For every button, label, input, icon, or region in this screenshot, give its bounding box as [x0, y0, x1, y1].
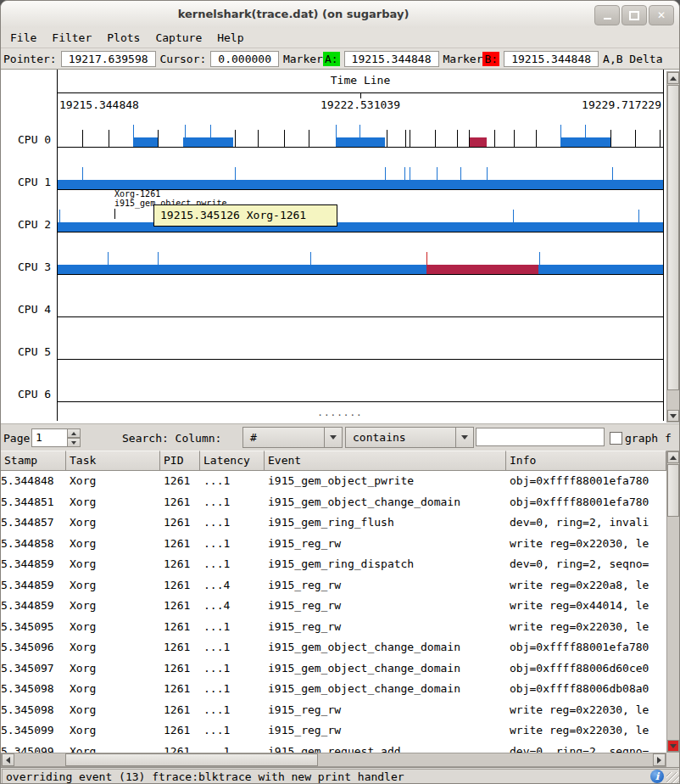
table-cell: Xorg: [66, 512, 160, 534]
info-icon[interactable]: i: [650, 770, 664, 783]
menu-item-file[interactable]: File: [3, 30, 44, 46]
graph-scroll-up-button[interactable]: [667, 72, 679, 84]
task-bar: [58, 265, 663, 274]
cpu-plot-row[interactable]: [58, 209, 663, 232]
pane-splitter-handle[interactable]: ·······: [1, 412, 679, 420]
page-spin-up-button[interactable]: [67, 428, 81, 438]
table-row[interactable]: 5.344859Xorg1261...1i915_gem_ring_dispat…: [1, 554, 666, 575]
chevron-down-icon: [330, 435, 337, 440]
arrow-down-icon: [670, 414, 677, 418]
table-cell: write reg=0x22030, le: [506, 700, 666, 721]
table-cell: dev=0, ring=2, seqno=: [506, 742, 666, 753]
table-cell: 5.345099: [1, 720, 66, 742]
resize-grip-icon[interactable]: [666, 772, 679, 784]
table-cell: Xorg: [66, 554, 160, 575]
match-type-value: contains: [353, 431, 406, 444]
table-cell: 5.344859: [1, 596, 66, 617]
cpu-plot-row[interactable]: [58, 294, 663, 317]
column-header-info[interactable]: Info: [506, 451, 666, 471]
table-cell: ...1: [200, 512, 265, 534]
table-cell: write reg=0x22030, le: [506, 534, 666, 555]
table-row[interactable]: 5.345098Xorg1261...1i915_reg_rwwrite reg…: [1, 700, 666, 721]
close-button[interactable]: ✕: [649, 5, 674, 25]
table-vertical-scrollbar[interactable]: [666, 451, 680, 753]
table-row[interactable]: 5.345097Xorg1261...1i915_gem_object_chan…: [1, 658, 666, 680]
column-header-task[interactable]: Task: [66, 451, 160, 471]
graph-vertical-scrollbar[interactable]: [666, 71, 680, 423]
column-select[interactable]: #: [242, 427, 343, 448]
plot-area[interactable]: Time Line 19215.344848 19222.531039 1922…: [57, 70, 664, 421]
page-spinner-buttons: [67, 428, 81, 447]
table-row[interactable]: 5.345099Xorg1261...1i915_gem_request_add…: [1, 742, 666, 753]
column-header-event[interactable]: Event: [265, 451, 506, 471]
menu-item-plots[interactable]: Plots: [99, 30, 148, 46]
table-cell: ...4: [200, 596, 265, 617]
table-row[interactable]: 5.345099Xorg1261...1i915_reg_rwwrite reg…: [1, 720, 666, 742]
chevron-down-icon: [461, 435, 468, 440]
event-tick: [410, 130, 410, 147]
table-cell: ...1: [200, 720, 265, 742]
table-cell: 5.345098: [1, 679, 66, 700]
ab-delta-label: A,B Delta: [603, 53, 662, 65]
table-row[interactable]: 5.344858Xorg1261...1i915_reg_rwwrite reg…: [1, 534, 666, 555]
table-cell: obj=0xffff88001efa780: [506, 471, 666, 492]
arrow-down-icon: [71, 441, 76, 445]
table-cell: obj=0xffff88006db08a0: [506, 679, 666, 700]
menu-item-capture[interactable]: Capture: [148, 30, 209, 46]
table-row[interactable]: 5.344848Xorg1261...1i915_gem_object_pwri…: [1, 471, 666, 492]
table-cell: Xorg: [66, 492, 160, 513]
graph-scroll-down-button[interactable]: [667, 410, 679, 422]
table-horizontal-scrollbar[interactable]: [1, 753, 666, 767]
table-cell: write reg=0x44014, le: [506, 596, 666, 617]
event-tick: [309, 130, 309, 147]
table-cell: ...1: [200, 637, 265, 658]
cpu-plot-row[interactable]: [58, 124, 663, 148]
event-tick: [539, 252, 540, 265]
table-scroll-right-button[interactable]: [653, 753, 666, 766]
table-scrollbar-thumb[interactable]: [667, 464, 679, 517]
cpu-plot-row[interactable]: [58, 251, 663, 275]
table-cell: Xorg: [66, 658, 160, 680]
table-row[interactable]: 5.344859Xorg1261...4i915_reg_rwwrite reg…: [1, 575, 666, 596]
maximize-button[interactable]: [621, 5, 647, 25]
table-row[interactable]: 5.344851Xorg1261...1i915_gem_object_chan…: [1, 492, 666, 513]
graph-scrollbar-thumb[interactable]: [667, 85, 679, 390]
table-scroll-left-button[interactable]: [2, 753, 14, 766]
column-header-stamp[interactable]: Stamp: [1, 451, 66, 471]
table-scroll-down-button[interactable]: [667, 740, 679, 752]
column-header-pid[interactable]: PID: [160, 451, 200, 471]
horizontal-scrollbar-thumb[interactable]: [65, 753, 318, 766]
page-spinbox[interactable]: 1: [31, 428, 69, 447]
status-bar: overriding event (13) ftrace:blktrace wi…: [1, 767, 679, 784]
table-scroll-up-button[interactable]: [667, 451, 679, 463]
table-row[interactable]: 5.345095Xorg1261...1i915_reg_rwwrite reg…: [1, 617, 666, 638]
dropdown-area: [324, 428, 342, 447]
menu-item-help[interactable]: Help: [209, 30, 251, 46]
timeline-title: Time Line: [58, 74, 663, 87]
table-row[interactable]: 5.345096Xorg1261...1i915_gem_object_chan…: [1, 637, 666, 658]
titlebar[interactable]: kernelshark(trace.dat) (on sugarbay) ✕: [1, 1, 679, 29]
table-cell: ...1: [200, 700, 265, 721]
table-cell: i915_gem_ring_dispatch: [265, 554, 506, 575]
timeline-graph[interactable]: CPU 0CPU 1CPU 2CPU 3CPU 4CPU 5CPU 6 Time…: [1, 70, 679, 423]
table-cell: 5.344858: [1, 534, 66, 555]
graph-follows-checkbox[interactable]: [610, 432, 622, 445]
table-cell: 5.344857: [1, 512, 66, 534]
table-row[interactable]: 5.344859Xorg1261...4i915_reg_rwwrite reg…: [1, 596, 666, 617]
table-row[interactable]: 5.344857Xorg1261...1i915_gem_ring_flushd…: [1, 512, 666, 534]
minimize-button[interactable]: [594, 5, 620, 25]
page-spin-down-button[interactable]: [67, 438, 81, 447]
marker-b-badge: B:: [482, 52, 499, 66]
search-input[interactable]: [476, 428, 605, 446]
menu-item-filter[interactable]: Filter: [44, 30, 99, 46]
cpu-label: CPU 6: [18, 388, 53, 400]
match-type-select[interactable]: contains: [345, 427, 474, 448]
cpu-plot-row[interactable]: [58, 378, 663, 402]
table-cell: Xorg: [66, 596, 160, 617]
table-cell: 5.344851: [1, 492, 66, 513]
table-cell: Xorg: [66, 700, 160, 721]
cpu-plot-row[interactable]: [58, 336, 663, 360]
column-header-latency[interactable]: Latency: [200, 451, 265, 471]
table-row[interactable]: 5.345098Xorg1261...1i915_gem_object_chan…: [1, 679, 666, 700]
cpu-plot-row[interactable]: [58, 166, 663, 190]
